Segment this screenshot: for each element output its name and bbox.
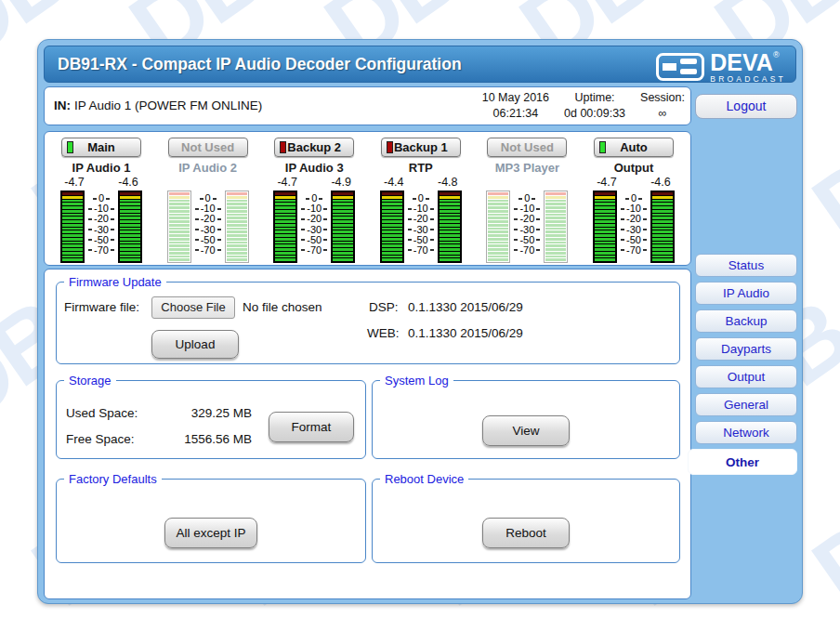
meter-segment — [488, 244, 508, 247]
meter-segment — [62, 234, 83, 237]
meter-segment — [120, 252, 140, 255]
scale-tick — [195, 208, 199, 210]
logout-button[interactable]: Logout — [695, 94, 797, 119]
session: Session: ∞ — [640, 90, 685, 122]
scale-tick — [413, 198, 416, 200]
meter-segment — [333, 230, 353, 233]
meter-segment — [120, 220, 140, 223]
meter-segment — [382, 220, 402, 223]
upload-button[interactable]: Upload — [151, 330, 239, 359]
scale-label: -70 — [519, 245, 534, 256]
scale-tick — [621, 208, 624, 210]
channel-mode-button[interactable]: Backup 2 — [274, 138, 354, 157]
vu-meter-bar — [486, 191, 510, 263]
db-right-value: -4.6 — [647, 176, 675, 190]
meter-segment — [488, 230, 508, 233]
meter-scale-row: -70 — [510, 245, 544, 256]
scale-tick — [319, 198, 322, 200]
meter-segment — [440, 258, 460, 261]
scale-tick — [88, 218, 92, 220]
meter-segment — [275, 252, 295, 255]
tab-status[interactable]: Status — [695, 254, 797, 277]
channel-name: IP Audio 2 — [178, 161, 237, 175]
meter-segment — [333, 192, 353, 195]
meter-segment — [227, 210, 247, 213]
scale-tick — [426, 198, 429, 200]
vu-meter-bar — [380, 191, 404, 263]
sidebar-navigation: StatusIP AudioBackupDaypartsOutputGenera… — [688, 254, 797, 480]
meter-segment — [595, 230, 615, 233]
reboot-button[interactable]: Reboot — [482, 518, 570, 548]
meter-segment — [652, 196, 673, 199]
meter-segment — [545, 210, 566, 213]
meter-segment — [275, 228, 295, 230]
choose-file-button[interactable]: Choose File — [151, 296, 235, 319]
meter-scale-row: -20 — [85, 214, 118, 224]
meter-segment — [169, 244, 190, 247]
tab-dayparts[interactable]: Dayparts — [695, 337, 797, 361]
tab-ip-audio[interactable]: IP Audio — [695, 282, 797, 305]
scale-tick — [430, 239, 434, 241]
db-right-value — [540, 176, 568, 190]
scale-tick — [200, 198, 203, 200]
view-log-button[interactable]: View — [482, 415, 570, 446]
meter-segment — [120, 217, 140, 219]
meter-segment — [488, 248, 508, 251]
channel-mode-button[interactable]: Not Used — [168, 138, 248, 157]
meter-segment — [169, 196, 190, 199]
scale-tick — [217, 218, 221, 220]
meter-scale-row: -30 — [617, 225, 650, 235]
meter-segment — [382, 230, 402, 233]
meter-scale-row: -30 — [510, 225, 544, 235]
vu-meter-bar — [438, 191, 462, 263]
meter-segment — [545, 220, 566, 223]
meter-segment — [333, 203, 353, 205]
meter-segment — [595, 248, 615, 251]
meter-segment — [333, 217, 353, 219]
meter-segment — [595, 210, 615, 213]
scale-tick — [111, 218, 114, 220]
meter-segment — [275, 192, 295, 195]
meter-segment — [169, 234, 190, 237]
meter-segment — [440, 230, 460, 233]
scale-label: -30 — [201, 225, 216, 235]
tab-general[interactable]: General — [695, 393, 797, 416]
meter-segment — [275, 196, 295, 199]
meter-segment — [595, 196, 615, 199]
meter-channel: MainIP Audio 1-4.7-4.60-10-20-30-50-70 — [57, 138, 146, 263]
tab-other[interactable]: Other — [688, 449, 797, 475]
meter-segment — [120, 242, 140, 244]
channel-mode-button[interactable]: Backup 1 — [381, 138, 461, 157]
meter-segment — [440, 192, 460, 195]
meter-segment — [652, 192, 673, 195]
meter-segment — [488, 258, 508, 261]
led-indicator — [387, 141, 393, 153]
meter-segment — [227, 206, 247, 209]
meter-segment — [62, 192, 83, 195]
factory-defaults-button[interactable]: All except IP — [164, 518, 257, 548]
meter-segment — [545, 224, 566, 227]
channel-mode-button[interactable]: Auto — [594, 138, 674, 157]
channel-mode-button[interactable]: Main — [61, 138, 141, 157]
meter-segment — [62, 220, 83, 223]
channel-name: IP Audio 3 — [285, 161, 344, 175]
scale-label: -20 — [201, 214, 216, 224]
meter-segment — [169, 192, 190, 195]
meter-segment — [62, 252, 83, 255]
meter-segment — [440, 242, 460, 244]
meter-segment — [652, 258, 673, 261]
meter-segment — [652, 214, 673, 217]
channel-mode-button[interactable]: Not Used — [487, 138, 567, 157]
meter-scale: 0-10-20-30-50-70 — [191, 191, 225, 263]
meter-segment — [333, 248, 353, 251]
scale-tick — [88, 229, 92, 230]
tab-network[interactable]: Network — [695, 421, 797, 444]
meter-segment — [120, 244, 140, 247]
scale-tick — [643, 249, 647, 251]
tab-output[interactable]: Output — [695, 365, 797, 388]
db-right-value: -4.6 — [114, 176, 142, 190]
db-left-value: -4.7 — [60, 176, 88, 190]
tab-backup[interactable]: Backup — [695, 309, 797, 333]
format-button[interactable]: Format — [269, 412, 354, 442]
meter-segment — [545, 217, 566, 219]
